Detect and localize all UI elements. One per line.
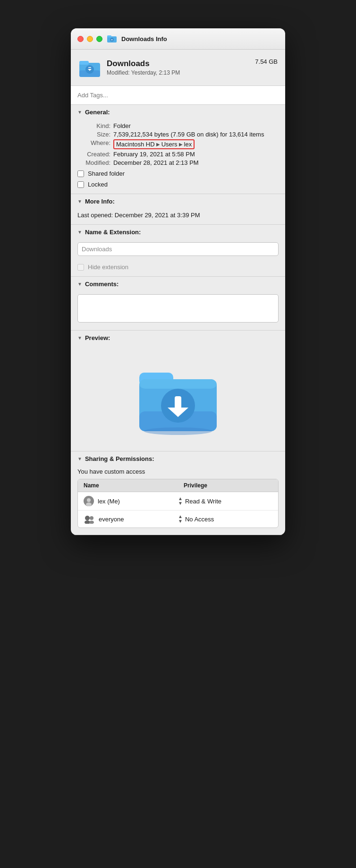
title-bar: Downloads Info <box>71 28 285 50</box>
perm-privilege-everyone: ▲ ▼ No Access <box>178 514 272 524</box>
svg-rect-16 <box>175 396 181 409</box>
shared-folder-label: Shared folder <box>88 170 125 177</box>
comments-section: ▼ Comments: <box>71 277 285 331</box>
general-content: Kind: Folder Size: 7,539,212,534 bytes (… <box>71 119 285 194</box>
general-section: ▼ General: Kind: Folder Size: 7,539,212,… <box>71 105 285 194</box>
file-modified: Modified: Yesterday, 2:13 PM <box>107 69 249 76</box>
name-column-header: Name <box>78 479 178 492</box>
close-button[interactable] <box>77 36 84 42</box>
hide-extension-row[interactable]: Hide extension <box>77 264 279 271</box>
modified-value: December 28, 2021 at 2:13 PM <box>113 159 279 166</box>
locked-checkbox[interactable] <box>77 181 84 188</box>
comments-chevron: ▼ <box>77 281 82 287</box>
tags-section[interactable] <box>71 86 285 105</box>
kind-value: Folder <box>113 122 279 129</box>
where-part-3: lex <box>184 141 192 148</box>
sharing-header[interactable]: ▼ Sharing & Permissions: <box>71 451 285 466</box>
name-extension-title: Name & Extension: <box>85 229 141 236</box>
where-part-1: Macintosh HD <box>116 141 155 148</box>
locked-row[interactable]: Locked <box>77 181 279 188</box>
where-row: Where: Macintosh HD ▶ Users ▶ lex <box>77 139 279 149</box>
sharing-title: Sharing & Permissions: <box>85 455 154 462</box>
privilege-column-header: Privilege <box>178 479 278 492</box>
svg-point-25 <box>89 521 94 524</box>
preview-section: ▼ Preview: <box>71 331 285 451</box>
title-folder-icon <box>107 34 117 43</box>
svg-point-24 <box>90 516 93 520</box>
sharing-chevron: ▼ <box>77 456 82 461</box>
window-title: Downloads Info <box>121 35 167 43</box>
svg-rect-14 <box>139 379 217 389</box>
size-value: 7,539,212,534 bytes (7.59 GB on disk) fo… <box>113 131 279 138</box>
comments-title: Comments: <box>85 281 119 288</box>
traffic-lights <box>77 36 102 42</box>
more-info-header[interactable]: ▼ More Info: <box>71 194 285 209</box>
file-size: 7.54 GB <box>255 56 278 65</box>
created-label: Created: <box>77 151 110 158</box>
file-header-info: Downloads Modified: Yesterday, 2:13 PM <box>107 59 249 76</box>
person-icon <box>84 496 94 506</box>
stepper-icon-lex[interactable]: ▲ ▼ <box>178 496 183 506</box>
more-info-chevron: ▼ <box>77 199 82 204</box>
where-part-2: Users <box>161 141 178 148</box>
perm-user-lex: lex (Me) <box>84 496 178 506</box>
name-extension-section: ▼ Name & Extension: Hide extension <box>71 225 285 277</box>
created-value: February 19, 2021 at 5:58 PM <box>113 151 279 158</box>
svg-point-20 <box>87 498 91 502</box>
shared-folder-row[interactable]: Shared folder <box>77 170 279 177</box>
size-label: Size: <box>77 131 110 138</box>
permissions-table: Name Privilege lex (Me) ▲ ▼ <box>77 479 279 528</box>
svg-rect-1 <box>107 35 111 37</box>
file-header: Downloads Modified: Yesterday, 2:13 PM 7… <box>71 50 285 86</box>
name-extension-header[interactable]: ▼ Name & Extension: <box>71 225 285 239</box>
general-title: General: <box>85 109 110 116</box>
preview-header[interactable]: ▼ Preview: <box>71 331 285 345</box>
file-folder-icon <box>78 56 101 79</box>
group-icon <box>84 514 95 524</box>
name-extension-chevron: ▼ <box>77 230 82 235</box>
name-extension-content: Hide extension <box>71 239 285 276</box>
maximize-button[interactable] <box>96 36 102 42</box>
perm-privilege-everyone-value: No Access <box>185 516 214 523</box>
preview-chevron: ▼ <box>77 335 82 340</box>
stepper-icon-everyone[interactable]: ▲ ▼ <box>178 514 183 524</box>
perm-user-everyone: everyone <box>84 514 178 524</box>
comments-content <box>71 291 285 330</box>
kind-row: Kind: Folder <box>77 122 279 129</box>
preview-folder-icon <box>136 355 220 440</box>
comments-textarea[interactable] <box>77 294 279 323</box>
minimize-button[interactable] <box>87 36 93 42</box>
svg-point-18 <box>144 427 212 435</box>
modified-row: Modified: December 28, 2021 at 2:13 PM <box>77 159 279 166</box>
svg-rect-6 <box>79 61 89 65</box>
preview-title: Preview: <box>85 334 110 341</box>
where-value[interactable]: Macintosh HD ▶ Users ▶ lex <box>113 139 195 149</box>
last-opened-row: Last opened: December 29, 2021 at 3:39 P… <box>77 212 279 219</box>
more-info-content: Last opened: December 29, 2021 at 3:39 P… <box>71 209 285 224</box>
last-opened-value: December 29, 2021 at 3:39 PM <box>115 212 200 219</box>
more-info-title: More Info: <box>85 198 115 205</box>
created-row: Created: February 19, 2021 at 5:58 PM <box>77 151 279 158</box>
shared-folder-checkbox[interactable] <box>77 170 84 177</box>
svg-point-21 <box>86 502 92 506</box>
file-name: Downloads <box>107 59 249 68</box>
comments-header[interactable]: ▼ Comments: <box>71 277 285 291</box>
kind-label: Kind: <box>77 122 110 129</box>
where-label: Where: <box>77 139 110 146</box>
general-chevron: ▼ <box>77 110 82 115</box>
permission-row-everyone: everyone ▲ ▼ No Access <box>78 511 278 528</box>
more-info-section: ▼ More Info: Last opened: December 29, 2… <box>71 194 285 225</box>
general-header[interactable]: ▼ General: <box>71 105 285 119</box>
permissions-header: Name Privilege <box>78 479 278 492</box>
hide-extension-checkbox[interactable] <box>77 264 84 271</box>
permission-row-lex: lex (Me) ▲ ▼ Read & Write <box>78 492 278 511</box>
svg-point-22 <box>85 516 90 520</box>
locked-label: Locked <box>88 181 108 188</box>
last-opened-label: Last opened: <box>77 212 113 219</box>
path-arrow-2: ▶ <box>179 142 183 147</box>
name-input[interactable] <box>77 242 279 256</box>
perm-user-lex-name: lex (Me) <box>98 498 120 505</box>
size-row: Size: 7,539,212,534 bytes (7.59 GB on di… <box>77 131 279 138</box>
tags-input[interactable] <box>77 90 279 101</box>
info-window: Downloads Info Downloads Modified: Yeste… <box>71 28 285 535</box>
